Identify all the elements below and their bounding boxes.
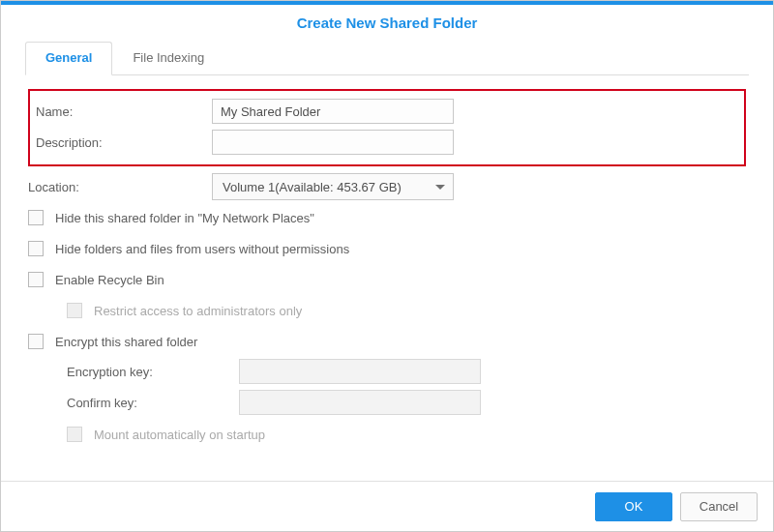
- tab-bar: General File Indexing: [25, 41, 749, 75]
- dialog-title: Create New Shared Folder: [1, 5, 773, 41]
- chevron-down-icon: [435, 185, 445, 190]
- ok-button[interactable]: OK: [595, 492, 672, 521]
- row-hide-no-permission: Hide folders and files from users withou…: [28, 234, 746, 263]
- checkbox-hide-network[interactable]: [28, 210, 44, 225]
- row-restrict-admin: Restrict access to administrators only: [67, 296, 746, 325]
- label-restrict-admin: Restrict access to administrators only: [94, 304, 302, 318]
- checkbox-hide-no-permission[interactable]: [28, 241, 44, 256]
- checkbox-enable-recycle[interactable]: [28, 272, 44, 287]
- row-name: Name:: [36, 97, 738, 126]
- row-hide-network: Hide this shared folder in "My Network P…: [28, 203, 746, 232]
- description-input[interactable]: [212, 130, 454, 155]
- dialog-footer: OK Cancel: [1, 481, 773, 531]
- tab-content: Name: Description: Location: Volume 1(Av…: [1, 75, 773, 458]
- confirm-key-label: Confirm key:: [67, 396, 239, 410]
- checkbox-restrict-admin: [67, 303, 82, 318]
- row-mount-auto: Mount automatically on startup: [67, 420, 746, 449]
- row-description: Description:: [36, 128, 738, 157]
- label-hide-network: Hide this shared folder in "My Network P…: [55, 211, 314, 225]
- location-label: Location:: [28, 180, 212, 194]
- location-value: Volume 1(Available: 453.67 GB): [223, 180, 402, 194]
- tab-file-indexing[interactable]: File Indexing: [112, 42, 224, 75]
- encryption-key-input: [239, 359, 481, 384]
- row-location: Location: Volume 1(Available: 453.67 GB): [28, 172, 746, 201]
- row-encryption-key: Encryption key:: [67, 356, 746, 387]
- tab-general[interactable]: General: [25, 42, 112, 75]
- label-hide-no-permission: Hide folders and files from users withou…: [55, 242, 349, 256]
- label-mount-auto: Mount automatically on startup: [94, 428, 265, 442]
- label-encrypt: Encrypt this shared folder: [55, 335, 197, 349]
- row-confirm-key: Confirm key:: [67, 387, 746, 418]
- label-enable-recycle: Enable Recycle Bin: [55, 273, 164, 287]
- highlight-frame: Name: Description:: [28, 89, 746, 166]
- checkbox-mount-auto: [67, 427, 82, 442]
- name-label: Name:: [36, 104, 212, 119]
- cancel-button[interactable]: Cancel: [680, 492, 758, 521]
- description-label: Description:: [36, 135, 212, 150]
- location-dropdown[interactable]: Volume 1(Available: 453.67 GB): [212, 173, 454, 200]
- name-input[interactable]: [212, 99, 454, 124]
- confirm-key-input: [239, 390, 481, 415]
- row-enable-recycle: Enable Recycle Bin: [28, 265, 746, 294]
- encryption-key-label: Encryption key:: [67, 365, 239, 379]
- row-encrypt: Encrypt this shared folder: [28, 327, 746, 356]
- checkbox-encrypt[interactable]: [28, 334, 44, 349]
